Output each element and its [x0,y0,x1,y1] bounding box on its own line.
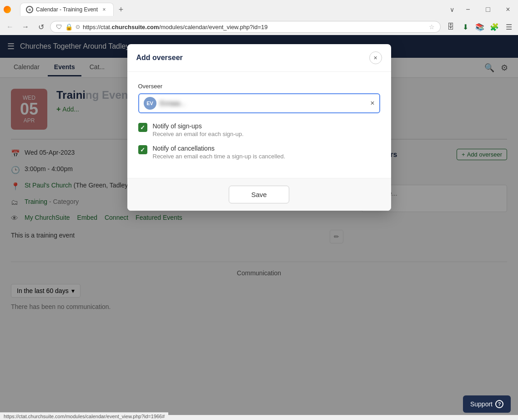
notify-cancellations-label: Notify of cancellations [153,145,286,152]
support-button[interactable]: Support ? [463,395,511,413]
maximize-button[interactable]: □ [482,3,494,16]
modal-title: Add overseer [136,54,183,62]
checkbox-group: ✓ Notify of sign-ups Receive an email fo… [138,122,380,160]
overseer-name-value: Evraaa... [160,100,367,107]
checkmark-icon: ✓ [140,124,145,131]
tab-close-btn[interactable]: × [101,6,108,13]
pocket-icon[interactable]: 🗄 [445,21,456,32]
overseer-input-wrapper[interactable]: EV Evraaa... × [138,93,380,113]
extensions-icon[interactable]: 🧩 [489,21,500,32]
support-question-icon: ? [495,400,503,408]
bookmark-star-icon[interactable]: ☆ [429,23,435,30]
back-button[interactable]: ← [4,20,16,33]
notify-signups-checkbox[interactable]: ✓ [138,123,147,132]
tab-bar: ⊕ Calendar - Training Event × + [16,3,448,16]
notify-signups-label: Notify of sign-ups [153,122,244,130]
library-icon[interactable]: 📚 [474,21,485,32]
notify-cancellations-checkbox[interactable]: ✓ [138,145,147,154]
close-window-button[interactable]: × [502,3,514,16]
overseer-clear-button[interactable]: × [370,99,374,107]
notify-cancellations-row: ✓ Notify of cancellations Receive an ema… [138,145,380,160]
notify-cancellations-text: Notify of cancellations Receive an email… [153,145,286,160]
active-tab[interactable]: ⊕ Calendar - Training Event × [20,3,114,16]
new-tab-button[interactable]: + [115,3,127,16]
overseer-avatar: EV [144,97,156,110]
support-label: Support [470,400,493,408]
url-text[interactable]: https://ctat.churchsuite.com/modules/cal… [83,24,426,30]
save-button[interactable]: Save [229,186,289,203]
status-url: https://ctat.churchsuite.com/modules/cal… [4,414,165,419]
browser-chrome: ⊕ Calendar - Training Event × + ∨ − □ × … [0,0,518,35]
address-bar: ← → ↺ 🛡 🔒 ⊙ https://ctat.churchsuite.com… [0,19,518,35]
minimize-button[interactable]: − [462,3,474,16]
notify-signups-text: Notify of sign-ups Receive an email for … [153,122,244,137]
firefox-icon [4,6,11,13]
download-icon[interactable]: ⬇ [460,21,471,32]
tracking-icon: ⊙ [75,24,80,30]
lock-icon: 🔒 [65,23,73,30]
modal-close-button[interactable]: × [369,51,382,64]
notify-signups-row: ✓ Notify of sign-ups Receive an email fo… [138,122,380,137]
reload-button[interactable]: ↺ [35,20,47,33]
status-bar: https://ctat.churchsuite.com/modules/cal… [0,412,168,420]
toolbar-icons: 🗄 ⬇ 📚 🧩 ☰ [445,21,514,32]
modal-body: Overseer EV Evraaa... × ✓ Notify of sign… [127,72,391,178]
modal-footer: Save [127,178,391,211]
shield-icon: 🛡 [56,23,62,30]
add-overseer-modal: Add overseer × Overseer EV Evraaa... × ✓ [127,44,391,211]
browser-titlebar: ⊕ Calendar - Training Event × + ∨ − □ × [0,0,518,19]
modal-overlay[interactable]: Add overseer × Overseer EV Evraaa... × ✓ [0,35,518,415]
tab-title: Calendar - Training Event [36,6,98,13]
tab-favicon: ⊕ [26,6,33,13]
menu-icon[interactable]: ☰ [503,21,514,32]
checkmark-icon-2: ✓ [140,147,145,153]
notify-cancellations-desc: Receive an email each time a sign-up is … [153,153,286,160]
forward-button[interactable]: → [19,20,32,33]
tab-scroll-arrows[interactable]: ∨ [450,6,454,13]
notify-signups-desc: Receive an email for each sign-up. [153,131,244,137]
app-container: ☰ Churches Together Around Tadley Calend… [0,35,518,415]
url-bar[interactable]: 🛡 🔒 ⊙ https://ctat.churchsuite.com/modul… [50,21,441,33]
modal-header: Add overseer × [127,44,391,72]
overseer-field-label: Overseer [138,83,380,90]
